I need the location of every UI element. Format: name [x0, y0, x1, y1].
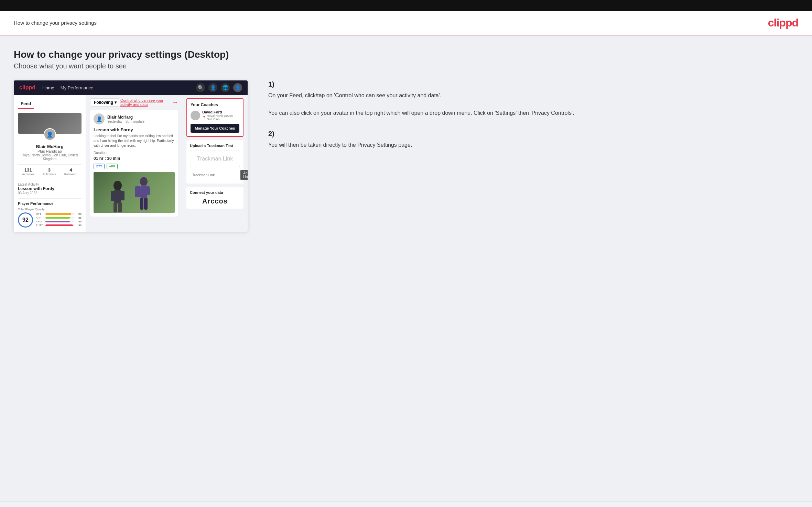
- coach-name: David Ford: [202, 110, 239, 114]
- svg-rect-2: [111, 191, 115, 201]
- app-screenshot: clippd Home My Performance 🔍 👤 🌐 👤 Feed: [14, 80, 248, 232]
- instructions-panel: 1) On your Feed, click/tap on 'Control w…: [261, 80, 798, 162]
- profile-icon[interactable]: 👤: [208, 83, 217, 92]
- instruction-item-1: 1) On your Feed, click/tap on 'Control w…: [268, 80, 798, 118]
- breadcrumb: How to change your privacy settings: [14, 20, 97, 26]
- svg-rect-9: [147, 186, 150, 195]
- search-icon[interactable]: 🔍: [196, 83, 205, 92]
- golfer-silhouette-left: [104, 179, 131, 213]
- tpq-bars: OTT 90 APP 85 ARG: [36, 212, 82, 228]
- bar-app: APP 85: [36, 216, 82, 219]
- instruction-text-2: You will then be taken directly to the P…: [268, 141, 798, 150]
- arrow-right-icon: →: [172, 99, 178, 106]
- privacy-link-row: Control who can see your activity and da…: [120, 98, 178, 107]
- trackman-input-row: Add Link: [190, 170, 240, 180]
- activity-image: [94, 172, 175, 213]
- svg-point-0: [113, 181, 122, 190]
- svg-rect-10: [140, 198, 143, 210]
- main-content: How to change your privacy settings (Des…: [0, 35, 812, 501]
- globe-icon[interactable]: 🌐: [221, 83, 230, 92]
- svg-rect-1: [114, 190, 121, 203]
- svg-rect-3: [120, 191, 124, 200]
- coach-club: 📍 Royal North Devon Golf Club: [202, 114, 239, 121]
- activity-duration-value: 01 hr : 30 min: [94, 156, 175, 161]
- content-layout: clippd Home My Performance 🔍 👤 🌐 👤 Feed: [14, 80, 798, 232]
- golfer-silhouette-right: [130, 175, 158, 213]
- top-bar: [0, 0, 812, 11]
- nav-links: Home My Performance: [42, 85, 93, 90]
- clippd-logo: clippd: [768, 16, 798, 29]
- instruction-num-1: 1): [268, 80, 798, 88]
- stat-following-label: Following: [64, 173, 77, 176]
- nav-link-home[interactable]: Home: [42, 85, 54, 90]
- feed-header: Following ▾ Control who can see your act…: [90, 98, 178, 107]
- stat-activities-label: Activities: [22, 173, 34, 176]
- coaches-card: Your Coaches David Ford 📍 Royal North De…: [187, 99, 243, 136]
- tag-app: APP: [107, 164, 118, 169]
- tag-ott: OTT: [94, 164, 105, 169]
- bar-putt: PUTT 96: [36, 224, 82, 227]
- site-header: How to change your privacy settings clip…: [0, 11, 812, 35]
- page-heading: How to change your privacy settings (Des…: [14, 49, 798, 70]
- following-button[interactable]: Following ▾: [90, 98, 120, 107]
- app-right-panel: Your Coaches David Ford 📍 Royal North De…: [182, 95, 248, 232]
- activity-tags: OTT APP: [94, 164, 175, 169]
- activity-poster: 👤 Blair McHarg Yesterday · Sunningdale: [94, 113, 175, 124]
- manage-coaches-button[interactable]: Manage Your Coaches: [191, 124, 239, 133]
- latest-activity-date: 03 Aug 2022: [18, 191, 82, 195]
- trackman-card: Upload a Trackman Test Trackman Link Add…: [186, 140, 243, 184]
- coach-item: David Ford 📍 Royal North Devon Golf Club: [191, 110, 239, 121]
- profile-stats: 131 Activities 3 Followers 4 Following: [18, 164, 82, 179]
- activity-title: Lesson with Fordy: [94, 127, 175, 132]
- page-subtitle: Choose what you want people to see: [14, 62, 798, 70]
- latest-activity-name: Lesson with Fordy: [18, 186, 82, 191]
- profile-banner: 👤: [18, 113, 82, 134]
- site-footer: Copyright Clippd 2022: [0, 501, 812, 507]
- instruction-item-2: 2) You will then be taken directly to th…: [268, 130, 798, 150]
- trackman-placeholder: Trackman Link: [190, 151, 240, 167]
- tpq-row: 92 OTT 90 APP 85: [18, 212, 82, 228]
- stat-following-value: 4: [64, 167, 77, 173]
- profile-avatar-wrap: 👤: [44, 128, 56, 141]
- poster-info: Blair McHarg Yesterday · Sunningdale: [107, 115, 144, 123]
- annotation-box: Your Coaches David Ford 📍 Royal North De…: [186, 98, 243, 137]
- connect-card: Connect your data Arccos: [186, 187, 243, 209]
- svg-rect-8: [135, 186, 141, 197]
- coaches-title: Your Coaches: [191, 102, 239, 107]
- poster-avatar: 👤: [94, 113, 105, 124]
- stat-followers: 3 Followers: [43, 167, 56, 176]
- poster-name: Blair McHarg: [107, 115, 144, 120]
- arccos-logo: Arccos: [190, 197, 240, 205]
- app-body: Feed 👤 Blair McHarg Plus Handicap Royal …: [14, 95, 248, 232]
- trackman-input[interactable]: [190, 170, 238, 180]
- svg-rect-4: [113, 202, 117, 212]
- location-icon: 📍: [202, 116, 206, 119]
- svg-point-6: [140, 177, 148, 186]
- control-privacy-link[interactable]: Control who can see your activity and da…: [120, 98, 171, 107]
- latest-activity-label: Latest Activity: [18, 183, 82, 186]
- profile-info: Blair McHarg Plus Handicap Royal North D…: [18, 143, 82, 161]
- instruction-num-2: 2): [268, 130, 798, 138]
- stat-followers-label: Followers: [43, 173, 56, 176]
- nav-link-performance[interactable]: My Performance: [61, 85, 93, 90]
- activity-desc: Looking to feel like my hands are exitin…: [94, 134, 175, 148]
- stat-activities-value: 131: [22, 167, 34, 173]
- coach-info: David Ford 📍 Royal North Devon Golf Club: [202, 110, 239, 121]
- feed-tab[interactable]: Feed: [18, 99, 34, 109]
- bar-ott: OTT 90: [36, 212, 82, 216]
- app-nav-logo: clippd: [19, 85, 35, 91]
- avatar-icon[interactable]: 👤: [233, 83, 242, 92]
- coach-avatar: [191, 111, 200, 120]
- profile-club: Royal North Devon Golf Club, United King…: [18, 153, 82, 161]
- add-link-button[interactable]: Add Link: [240, 170, 248, 180]
- profile-handicap: Plus Handicap: [18, 149, 82, 153]
- stat-following: 4 Following: [64, 167, 77, 176]
- instruction-text-1: On your Feed, click/tap on 'Control who …: [268, 91, 798, 118]
- trackman-title: Upload a Trackman Test: [190, 144, 240, 148]
- app-sidebar: Feed 👤 Blair McHarg Plus Handicap Royal …: [14, 95, 86, 232]
- poster-meta: Yesterday · Sunningdale: [107, 120, 144, 123]
- tpq-label: Total Player Quality: [18, 208, 82, 211]
- stat-followers-value: 3: [43, 167, 56, 173]
- page-title: How to change your privacy settings (Des…: [14, 49, 798, 60]
- bar-arg: ARG 86: [36, 220, 82, 223]
